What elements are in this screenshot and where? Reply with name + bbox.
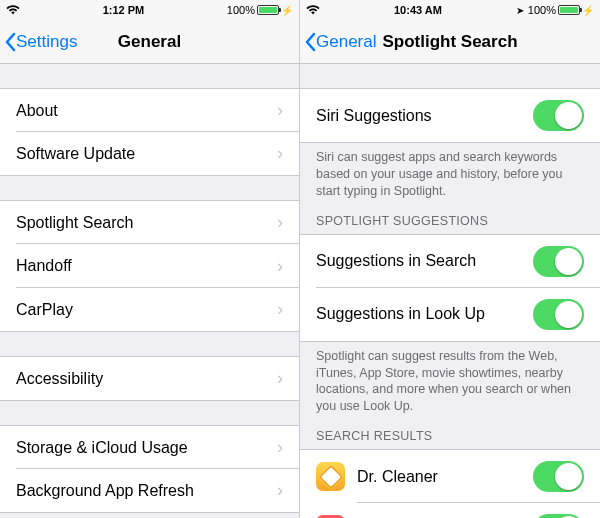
app-icon bbox=[316, 462, 345, 491]
status-time: 1:12 PM bbox=[103, 4, 145, 16]
row-storage-icloud[interactable]: Storage & iCloud Usage › bbox=[0, 425, 299, 469]
status-bar: 10:43 AM ➤ 100% ⚡ bbox=[300, 0, 600, 20]
row-label: CarPlay bbox=[16, 301, 269, 319]
row-siri-suggestions[interactable]: Siri Suggestions bbox=[300, 88, 600, 143]
row-label: Background App Refresh bbox=[16, 482, 269, 500]
charging-icon: ⚡ bbox=[281, 5, 293, 16]
chevron-right-icon: › bbox=[269, 368, 283, 389]
toggle-siri-suggestions[interactable] bbox=[533, 100, 584, 131]
row-label: Dr. Cleaner bbox=[357, 468, 533, 486]
chevron-left-icon bbox=[4, 32, 16, 52]
toggle-suggestions-in-search[interactable] bbox=[533, 246, 584, 277]
wifi-icon bbox=[6, 4, 20, 16]
chevron-right-icon: › bbox=[269, 143, 283, 164]
charging-icon: ⚡ bbox=[582, 5, 594, 16]
toggle-app-dr-cleaner[interactable] bbox=[533, 461, 584, 492]
group-footer: Siri can suggest apps and search keyword… bbox=[300, 143, 600, 208]
row-carplay[interactable]: CarPlay › bbox=[0, 288, 299, 332]
battery-indicator: 100% ⚡ bbox=[227, 4, 293, 16]
row-app-dr-cleaner[interactable]: Dr. Cleaner bbox=[300, 449, 600, 503]
chevron-right-icon: › bbox=[269, 256, 283, 277]
row-label: Suggestions in Search bbox=[316, 252, 533, 270]
toggle-app-airbnb[interactable] bbox=[533, 514, 584, 518]
battery-pct: 100% bbox=[528, 4, 556, 16]
row-background-app-refresh[interactable]: Background App Refresh › bbox=[0, 469, 299, 513]
row-label: Suggestions in Look Up bbox=[316, 305, 533, 323]
row-label: Storage & iCloud Usage bbox=[16, 439, 269, 457]
row-spotlight-search[interactable]: Spotlight Search › bbox=[0, 200, 299, 244]
battery-indicator: 100% ⚡ bbox=[528, 4, 594, 16]
status-bar: 1:12 PM 100% ⚡ bbox=[0, 0, 299, 20]
row-about[interactable]: About › bbox=[0, 88, 299, 132]
group-footer: Spotlight can suggest results from the W… bbox=[300, 342, 600, 424]
screen-general: 1:12 PM 100% ⚡ Settings General About › … bbox=[0, 0, 300, 518]
row-handoff[interactable]: Handoff › bbox=[0, 244, 299, 288]
row-label: Accessibility bbox=[16, 370, 269, 388]
toggle-suggestions-in-lookup[interactable] bbox=[533, 299, 584, 330]
chevron-right-icon: › bbox=[269, 100, 283, 121]
status-time: 10:43 AM bbox=[394, 4, 442, 16]
content: Siri Suggestions Siri can suggest apps a… bbox=[300, 64, 600, 518]
row-software-update[interactable]: Software Update › bbox=[0, 132, 299, 176]
battery-pct: 100% bbox=[227, 4, 255, 16]
chevron-right-icon: › bbox=[269, 212, 283, 233]
screen-spotlight-search: 10:43 AM ➤ 100% ⚡ General Spotlight Sear… bbox=[300, 0, 600, 518]
wifi-icon bbox=[306, 4, 320, 16]
back-button[interactable]: Settings bbox=[0, 32, 77, 52]
chevron-left-icon bbox=[304, 32, 316, 52]
group-header-spotlight-suggestions: SPOTLIGHT SUGGESTIONS bbox=[300, 208, 600, 234]
location-icon: ➤ bbox=[516, 5, 524, 16]
row-label: Handoff bbox=[16, 257, 269, 275]
back-label: General bbox=[316, 32, 376, 52]
nav-bar: Settings General bbox=[0, 20, 299, 64]
chevron-right-icon: › bbox=[269, 437, 283, 458]
chevron-right-icon: › bbox=[269, 299, 283, 320]
back-label: Settings bbox=[16, 32, 77, 52]
row-app-airbnb[interactable]: Airbnb bbox=[300, 503, 600, 518]
row-label: Software Update bbox=[16, 145, 269, 163]
chevron-right-icon: › bbox=[269, 480, 283, 501]
row-label: Spotlight Search bbox=[16, 214, 269, 232]
row-label: Siri Suggestions bbox=[316, 107, 533, 125]
row-suggestions-in-lookup[interactable]: Suggestions in Look Up bbox=[300, 288, 600, 342]
nav-bar: General Spotlight Search bbox=[300, 20, 600, 64]
row-accessibility[interactable]: Accessibility › bbox=[0, 356, 299, 401]
row-suggestions-in-search[interactable]: Suggestions in Search bbox=[300, 234, 600, 288]
content: About › Software Update › Spotlight Sear… bbox=[0, 64, 299, 518]
row-label: About bbox=[16, 102, 269, 120]
back-button[interactable]: General bbox=[300, 32, 376, 52]
group-header-search-results: SEARCH RESULTS bbox=[300, 423, 600, 449]
